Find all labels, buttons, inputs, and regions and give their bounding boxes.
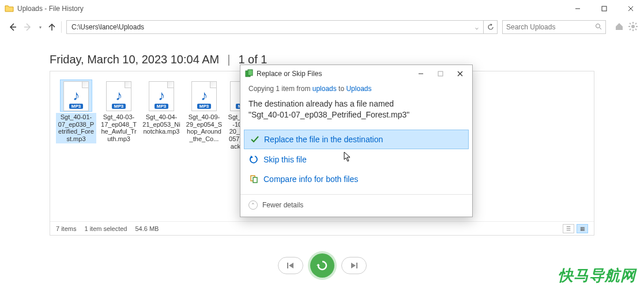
home-icon[interactable] [614,21,624,33]
skip-icon [250,155,259,164]
file-item[interactable]: ♪MP3 Sgt_40-03-17_ep048_The_Awful_Truth.… [99,79,139,150]
compare-action[interactable]: Compare info for both files [244,170,469,188]
music-icon: ♪ [73,89,80,103]
mp3-badge: MP3 [155,104,168,109]
dialog-minimize-button[interactable] [411,66,431,81]
svg-line-14 [630,23,631,24]
svg-rect-23 [438,71,443,76]
mp3-badge: MP3 [112,104,126,109]
back-button[interactable] [8,22,17,32]
address-bar[interactable]: C:\Users\lance\Uploads ⌵ [66,20,484,34]
folder-icon [5,4,14,14]
checkmark-icon [250,135,259,144]
mp3-badge: MP3 [197,104,211,109]
search-icon [595,23,602,32]
status-selection: 1 item selected [84,225,127,232]
svg-point-9 [631,25,635,28]
address-dropdown-icon[interactable]: ⌵ [473,24,481,31]
date-text: Friday, March 10, 2023 10:04 AM [50,53,219,66]
skip-action[interactable]: Skip this file [244,150,469,169]
svg-rect-1 [602,6,607,11]
forward-button[interactable] [23,22,32,32]
previous-version-button[interactable] [278,257,303,274]
music-icon: ♪ [201,89,208,103]
svg-point-7 [596,24,600,28]
search-placeholder: Search Uploads [506,23,555,31]
address-path: C:\Users\lance\Uploads [71,23,144,31]
watermark-text: 快马导航网 [558,266,636,286]
svg-rect-18 [287,263,288,268]
svg-rect-27 [253,177,257,183]
file-label: Sgt_40-01-07_ep038_Petrified_Forest.mp3 [56,113,96,143]
close-button[interactable] [617,0,644,17]
compare-action-label: Compare info for both files [263,175,358,184]
mp3-badge: MP3 [69,104,83,109]
minimize-button[interactable] [564,0,591,17]
copy-to-link[interactable]: Uploads [346,85,371,93]
compare-icon [250,175,259,184]
icons-view-button[interactable]: ▦ [577,224,588,233]
refresh-button[interactable] [484,20,498,34]
replace-action-label: Replace the file in the destination [264,135,383,144]
dialog-close-button[interactable] [450,66,470,81]
file-label: Sgt_40-03-17_ep048_The_Awful_Truth.mp3 [99,113,139,143]
svg-line-8 [600,28,601,29]
status-bar: 7 items 1 item selected 54.6 MB ☰ ▦ [50,221,594,235]
next-version-button[interactable] [341,257,367,274]
up-button[interactable] [47,22,57,32]
conflict-message: The destination already has a file named… [248,98,464,120]
maximize-button[interactable] [591,0,617,17]
status-size: 54.6 MB [135,225,159,232]
file-item[interactable]: ♪MP3 Sgt_40-01-07_ep038_Petrified_Forest… [56,79,96,150]
svg-line-16 [630,29,631,30]
file-item[interactable]: ♪MP3 Sgt_40-04-21_ep053_Ninotchka.mp3 [141,79,182,150]
copy-from-link[interactable]: uploads [312,85,337,93]
restore-button[interactable] [310,253,334,278]
file-label: Sgt_40-04-21_ep053_Ninotchka.mp3 [141,113,182,136]
replace-action[interactable]: Replace the file in the destination [244,130,469,149]
dialog-maximize-button[interactable] [431,66,450,81]
window-title: Uploads - File History [17,5,84,13]
details-view-button[interactable]: ☰ [563,224,574,233]
dialog-title: Replace or Skip Files [257,70,322,78]
copy-icon [245,69,253,79]
copy-progress-text: Copying 1 item from uploads to Uploads [248,85,464,93]
file-label: Sgt_40-09-29_ep054_Shop_Around_the_Co... [184,113,224,143]
music-icon: ♪ [158,89,165,103]
window-controls [564,0,644,17]
skip-action-label: Skip this file [263,155,307,164]
fewer-details-link[interactable]: Fewer details [262,201,303,209]
svg-rect-21 [248,70,253,75]
replace-skip-dialog: Replace or Skip Files Copying 1 item fro… [240,65,473,217]
file-item[interactable]: ♪MP3 Sgt_40-09-29_ep054_Shop_Around_the_… [184,79,224,150]
chevron-up-icon[interactable]: ⌃ [248,200,258,210]
nav-row: ▾ C:\Users\lance\Uploads ⌵ Search Upload… [0,17,644,37]
gear-icon[interactable] [628,21,638,33]
divider [61,21,62,33]
titlebar: Uploads - File History [0,0,644,17]
svg-line-15 [635,29,637,30]
search-input[interactable]: Search Uploads [502,20,606,34]
status-count: 7 items [56,225,76,232]
music-icon: ♪ [115,89,122,103]
date-separator: | [227,53,230,66]
history-controls [0,253,644,278]
svg-line-17 [635,23,637,24]
svg-rect-19 [356,263,357,268]
recent-locations-dropdown[interactable]: ▾ [39,25,42,30]
